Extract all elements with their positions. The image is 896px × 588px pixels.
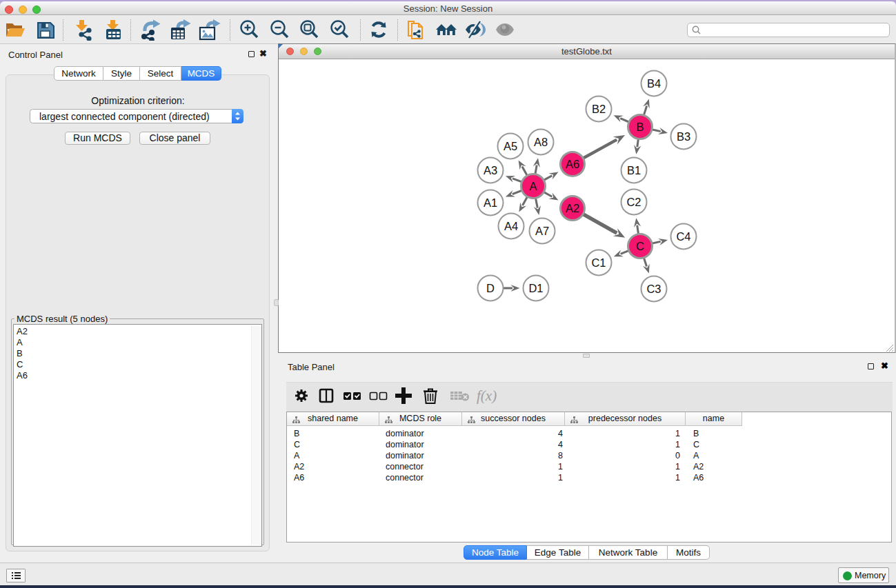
- svg-text:A1: A1: [484, 196, 497, 209]
- svg-text:D: D: [486, 282, 495, 294]
- svg-text:A7: A7: [535, 225, 549, 237]
- svg-text:A3: A3: [484, 164, 497, 176]
- svg-text:B4: B4: [647, 77, 661, 90]
- svg-text:A: A: [529, 180, 537, 192]
- svg-text:B: B: [636, 121, 644, 133]
- svg-text:B2: B2: [592, 103, 606, 115]
- svg-text:C3: C3: [646, 283, 661, 295]
- svg-text:A6: A6: [566, 158, 579, 170]
- svg-text:A2: A2: [566, 202, 579, 214]
- svg-text:D1: D1: [528, 282, 543, 294]
- svg-text:C2: C2: [626, 196, 641, 208]
- svg-text:C: C: [636, 240, 644, 252]
- svg-text:A8: A8: [534, 136, 548, 148]
- svg-text:C1: C1: [591, 256, 606, 269]
- svg-text:A4: A4: [504, 220, 518, 232]
- svg-text:B3: B3: [677, 130, 690, 143]
- svg-text:B1: B1: [627, 164, 641, 176]
- svg-text:C4: C4: [676, 230, 690, 243]
- svg-text:A5: A5: [504, 140, 517, 152]
